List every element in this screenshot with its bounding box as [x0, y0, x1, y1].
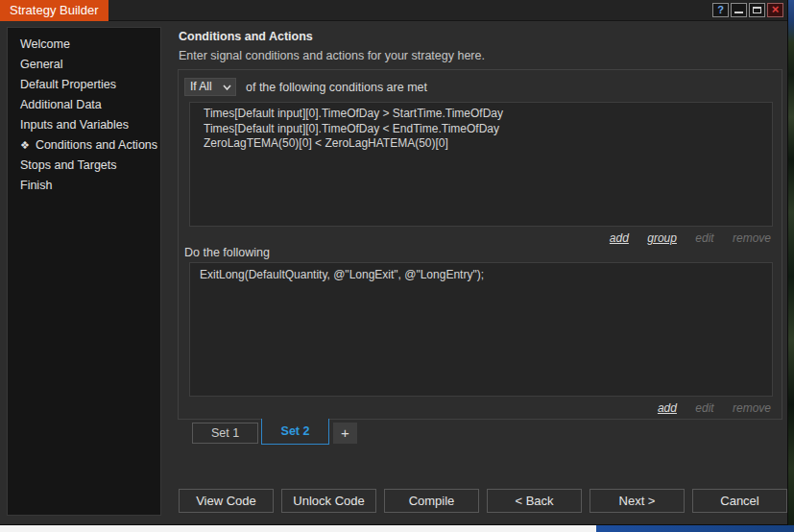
cancel-button[interactable]: Cancel: [692, 489, 787, 513]
next-button[interactable]: Next >: [589, 489, 685, 513]
sidebar-item-inputs-and-variables[interactable]: Inputs and Variables: [8, 115, 160, 135]
maximize-icon: [753, 7, 761, 13]
add-action-link[interactable]: add: [658, 401, 677, 415]
sidebar-item-label: Default Properties: [20, 78, 116, 91]
sidebar-item-finish[interactable]: Finish: [8, 176, 160, 196]
sidebar-item-label: Stops and Targets: [20, 158, 117, 172]
add-set-button[interactable]: +: [333, 423, 357, 444]
sidebar-item-general[interactable]: General: [8, 55, 160, 75]
sidebar-item-conditions-and-actions[interactable]: ❖Conditions and Actions: [8, 135, 160, 156]
condition-mode-value: If All: [190, 80, 212, 93]
diamond-marker-icon: ❖: [20, 139, 30, 151]
title-bar[interactable]: Strategy Builder ? ×: [0, 0, 787, 21]
actions-listbox[interactable]: ExitLong(DefaultQuantity, @"LongExit", @…: [189, 262, 773, 397]
help-icon: ?: [717, 4, 724, 15]
unlock-code-button[interactable]: Unlock Code: [281, 489, 376, 513]
compile-button[interactable]: Compile: [384, 489, 479, 513]
chevron-down-icon: [223, 85, 231, 90]
action-row[interactable]: ExitLong(DefaultQuantity, @"LongExit", @…: [200, 268, 772, 283]
back-button[interactable]: < Back: [487, 489, 582, 513]
close-button[interactable]: ×: [767, 3, 783, 17]
condition-row[interactable]: Times[Default input][0].TimeOfDay > Star…: [204, 107, 772, 122]
page-title: Conditions and Actions: [179, 30, 313, 43]
edit-condition-link: edit: [695, 231, 713, 245]
screenshot-stage: Strategy Builder ? × Welcome General D: [0, 0, 794, 532]
conditions-listbox[interactable]: Times[Default input][0].TimeOfDay > Star…: [189, 102, 773, 227]
desktop-background-sliver: [788, 0, 794, 532]
minimize-icon: [734, 12, 743, 13]
condition-mode-suffix: of the following conditions are met: [246, 81, 427, 94]
condition-mode-dropdown[interactable]: If All: [184, 78, 236, 96]
condition-set-panel: If All of the following conditions are m…: [178, 69, 782, 420]
window-controls: ? ×: [712, 3, 783, 17]
minimize-button[interactable]: [731, 3, 747, 17]
condition-row[interactable]: ZeroLagTEMA(50)[0] < ZeroLagHATEMA(50)[0…: [204, 136, 772, 152]
remove-condition-link: remove: [733, 231, 771, 245]
desktop-background-blue: [596, 525, 794, 532]
sidebar-item-additional-data[interactable]: Additional Data: [8, 95, 160, 115]
condition-links: add group edit remove: [594, 231, 771, 245]
desktop-background-white: [0, 525, 596, 532]
edit-action-link: edit: [695, 401, 713, 415]
add-condition-link[interactable]: add: [610, 231, 629, 245]
action-links: add edit remove: [642, 401, 771, 415]
sidebar-item-label: Finish: [20, 179, 52, 192]
sidebar-item-label: Conditions and Actions: [36, 138, 157, 152]
sidebar-item-stops-and-targets[interactable]: Stops and Targets: [8, 156, 160, 176]
view-code-button[interactable]: View Code: [179, 489, 274, 513]
sidebar-item-label: Inputs and Variables: [20, 118, 129, 132]
tab-set-1[interactable]: Set 1: [192, 423, 258, 444]
strategy-builder-window: Strategy Builder ? × Welcome General D: [0, 0, 788, 525]
condition-row[interactable]: Times[Default input][0].TimeOfDay < EndT…: [204, 122, 772, 137]
tab-set-2[interactable]: Set 2: [261, 419, 329, 445]
sidebar-item-welcome[interactable]: Welcome: [8, 35, 160, 55]
actions-label: Do the following: [184, 246, 270, 259]
page-subtitle: Enter signal conditions and actions for …: [179, 49, 485, 62]
group-condition-link[interactable]: group: [647, 231, 677, 245]
maximize-button[interactable]: [749, 3, 765, 17]
close-icon: ×: [768, 4, 782, 15]
sidebar-item-label: Welcome: [20, 37, 70, 51]
sidebar-item-default-properties[interactable]: Default Properties: [8, 75, 160, 95]
sidebar-item-label: General: [20, 58, 62, 71]
window-title: Strategy Builder: [0, 0, 108, 21]
remove-action-link: remove: [733, 401, 771, 415]
plus-icon: +: [341, 424, 349, 441]
wizard-steps-sidebar: Welcome General Default Properties Addit…: [7, 27, 161, 516]
sidebar-item-label: Additional Data: [20, 98, 102, 111]
help-button[interactable]: ?: [712, 3, 729, 17]
